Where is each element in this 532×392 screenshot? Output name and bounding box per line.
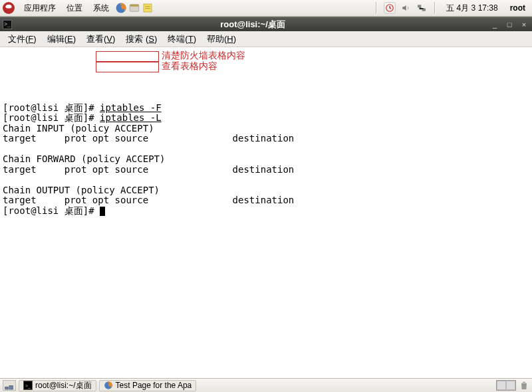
annotation-2: 查看表格内容 (162, 61, 217, 72)
svg-rect-7 (5, 387, 8, 389)
menu-help[interactable]: 帮助(H) (201, 33, 241, 45)
menu-edit[interactable]: 编辑(E) (42, 33, 81, 45)
workspace-switcher[interactable] (496, 380, 516, 391)
menu-terminal[interactable]: 终端(T) (162, 33, 201, 45)
terminal-body[interactable]: 清楚防火墙表格内容 查看表格内容 [root@lisi 桌面]# iptable… (0, 47, 532, 378)
command-1: iptables -F (100, 102, 162, 113)
prompt: [root@lisi 桌面]# (3, 102, 100, 113)
svg-rect-2 (130, 5, 139, 7)
terminal-icon: >_ (23, 381, 33, 390)
output-line: target prot opt source destination (3, 195, 294, 205)
output-line: Chain FORWARD (policy ACCEPT) (3, 153, 165, 164)
cursor (100, 207, 105, 216)
system-tray: 五 4月 3 17:38 root (373, 2, 529, 14)
terminal-icon: >_ (3, 20, 12, 29)
firefox-icon (104, 381, 113, 390)
places-menu[interactable]: 位置 (61, 3, 88, 14)
output-line: Chain OUTPUT (policy ACCEPT) (3, 185, 160, 195)
taskbar-firefox[interactable]: Test Page for the Apa (99, 380, 197, 391)
task-label: root@lisi:~/桌面 (35, 380, 92, 391)
menu-search[interactable]: 搜索 (S) (120, 33, 162, 45)
menubar: 文件(F) 编辑(E) 查看(V) 搜索 (S) 终端(T) 帮助(H) (0, 31, 532, 47)
menu-view[interactable]: 查看(V) (81, 33, 120, 45)
output-line: target prot opt source destination (3, 133, 294, 144)
network-icon[interactable] (416, 2, 428, 14)
user-menu[interactable]: root (506, 3, 529, 13)
close-button[interactable]: × (519, 20, 529, 29)
task-label: Test Page for the Apa (116, 381, 192, 390)
minimize-button[interactable]: _ (489, 20, 500, 29)
menu-file[interactable]: 文件(F) (3, 33, 42, 45)
show-desktop-button[interactable] (3, 380, 16, 391)
highlight-box-1 (96, 51, 159, 62)
bottom-panel: >_ root@lisi:~/桌面 Test Page for the Apa (0, 378, 532, 392)
clock[interactable]: 五 4月 3 17:38 (442, 3, 501, 14)
taskbar-terminal[interactable]: >_ root@lisi:~/桌面 (19, 380, 96, 391)
annotation-1: 清楚防火墙表格内容 (162, 50, 245, 61)
trash-icon[interactable] (519, 380, 529, 391)
volume-icon[interactable] (400, 2, 412, 14)
prompt: [root@lisi 桌面]# (3, 205, 100, 216)
window-titlebar[interactable]: >_ root@lisi:~/桌面 _ □ × (0, 17, 532, 31)
separator (434, 2, 436, 14)
highlight-box-2 (96, 62, 159, 72)
top-panel: 应用程序 位置 系统 五 4月 3 17:38 root (0, 0, 532, 17)
apps-menu[interactable]: 应用程序 (19, 3, 61, 14)
svg-rect-8 (9, 386, 13, 389)
separator (376, 2, 377, 14)
svg-rect-5 (418, 5, 421, 7)
firefox-launcher[interactable] (114, 1, 128, 15)
prompt: [root@lisi 桌面]# (3, 112, 100, 123)
window-title: root@lisi:~/桌面 (16, 19, 489, 31)
maximize-button[interactable]: □ (504, 20, 515, 29)
command-2: iptables -L (100, 112, 162, 123)
redhat-icon[interactable] (3, 2, 15, 14)
system-menu[interactable]: 系统 (88, 3, 114, 14)
notes-launcher[interactable] (141, 1, 154, 15)
update-icon[interactable] (384, 2, 396, 14)
nautilus-launcher[interactable] (128, 1, 141, 15)
output-line: target prot opt source destination (3, 164, 294, 175)
output-line: Chain INPUT (policy ACCEPT) (3, 123, 154, 134)
svg-rect-3 (144, 4, 152, 12)
